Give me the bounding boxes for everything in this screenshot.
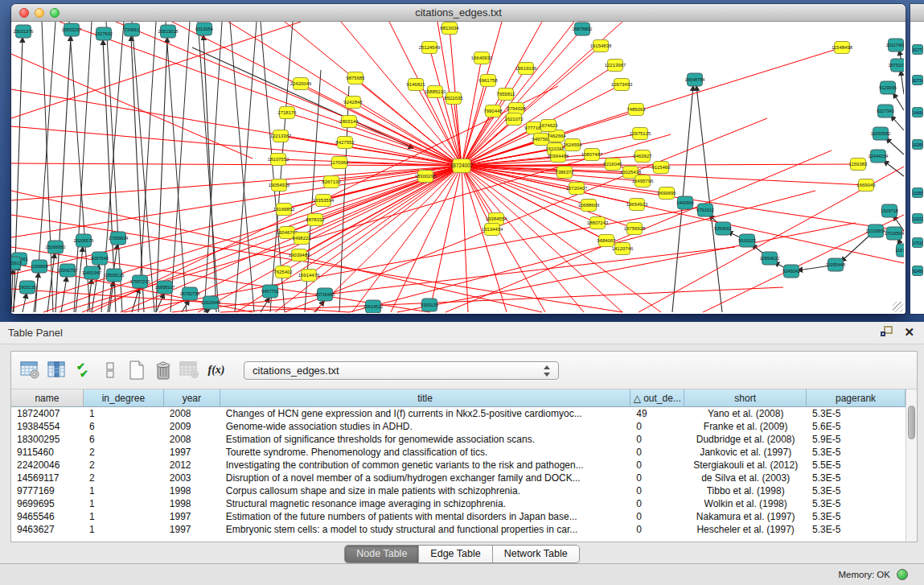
network-node-yellow[interactable]: 19654923 (626, 199, 648, 211)
network-node-teal[interactable]: 10117404 (886, 39, 904, 51)
network-node-yellow[interactable]: 8522035 (444, 93, 463, 105)
column-header-title[interactable]: title (220, 389, 631, 407)
tab-network-table[interactable]: Network Table (493, 546, 579, 562)
network-node-yellow[interactable]: 1669045 (856, 179, 876, 192)
column-header-name[interactable]: name (11, 389, 84, 407)
network-node-teal[interactable]: 6791912 (696, 204, 714, 216)
network-node-teal[interactable]: 11451947 (82, 266, 101, 279)
table-row[interactable]: 946554611997Estimation of the future num… (11, 510, 906, 523)
table-row[interactable]: 977716911998Corpus callosum shape and si… (11, 484, 906, 497)
network-node-teal[interactable]: 20513018 (158, 25, 179, 38)
table-row[interactable]: 911546021997Tourette syndrome. Phenomeno… (11, 446, 906, 459)
network-node-teal[interactable]: 1440954 (676, 196, 694, 209)
network-node-teal[interactable]: 15716485 (315, 288, 335, 301)
network-node-teal[interactable]: 10954022 (760, 252, 780, 265)
network-node-teal[interactable]: 13342757 (58, 264, 78, 277)
network-node-yellow[interactable]: 9242848 (343, 97, 363, 109)
network-node-yellow[interactable]: 3624554 (563, 139, 582, 151)
network-node-teal[interactable]: 25266950 (46, 241, 66, 253)
network-node-teal[interactable]: 16648784 (685, 73, 705, 86)
table-row[interactable]: 946362711997Embryonic stem cells: a mode… (11, 523, 906, 536)
network-node-yellow[interactable]: 8267130 (322, 176, 341, 188)
network-node-hub[interactable]: 18724007 (450, 159, 474, 173)
network-node-teal[interactable]: 9097548 (91, 252, 109, 265)
network-node-teal[interactable]: 734561 (125, 23, 140, 36)
network-node-teal[interactable]: 13505135 (105, 269, 125, 282)
column-header-out-de[interactable]: △ out_de... (630, 389, 684, 407)
network-node-teal[interactable]: 12923448 (201, 296, 221, 309)
new-table-button[interactable] (125, 358, 149, 382)
network-node-yellow[interactable]: 9146821 (406, 79, 425, 91)
network-node-yellow[interactable]: 19756928 (624, 223, 646, 235)
network-node-teal[interactable]: 26876862 (573, 23, 593, 35)
column-mode-button[interactable] (45, 358, 69, 382)
network-node-teal[interactable]: 1167533 (895, 244, 904, 257)
network-node-yellow[interactable]: 2803144 (339, 116, 359, 128)
network-node-yellow[interactable]: 7625402 (273, 266, 293, 278)
table-row[interactable]: 1830029562008Estimation of significance … (11, 433, 906, 446)
network-node-yellow[interactable]: 16495796 (632, 175, 654, 187)
citation-network-graph[interactable]: 2303137610553257152760273456120513018831… (11, 22, 904, 313)
network-node-yellow[interactable]: 1170064 (331, 157, 350, 169)
network-node-teal[interactable]: 15751074 (889, 59, 904, 72)
network-node-teal[interactable]: 9457791 (261, 285, 279, 298)
column-header-year[interactable]: year (164, 389, 220, 407)
network-node-yellow[interactable]: 9699695 (657, 187, 676, 200)
row-height-button[interactable] (98, 358, 122, 382)
network-node-yellow[interactable]: 1674623 (539, 120, 558, 132)
network-node-yellow[interactable]: 9875685 (346, 72, 365, 84)
network-node-teal[interactable]: 20206576 (74, 234, 94, 247)
table-selector-dropdown[interactable]: citations_edges.txt (244, 361, 559, 380)
network-node-yellow[interactable]: 1159383 (849, 159, 869, 171)
network-node-yellow[interactable]: 7955812 (496, 89, 515, 101)
network-node-teal[interactable]: 9354062 (714, 222, 732, 235)
network-node-yellow[interactable]: 18300295 (415, 171, 437, 183)
network-node-yellow[interactable]: 10973493 (611, 79, 633, 91)
select-all-button[interactable]: ✔✔ (72, 358, 96, 382)
table-row[interactable]: 969969511998Structural magnetic resonanc… (11, 497, 906, 510)
delete-table-button[interactable] (178, 358, 202, 382)
table-row[interactable]: 2242004622012Investigating the contribut… (11, 459, 906, 472)
window-resize-grip[interactable] (893, 302, 903, 312)
network-node-teal[interactable]: 17957233 (130, 275, 150, 288)
network-node-teal[interactable]: 9245042 (782, 265, 800, 278)
table-row[interactable]: 1872400712008Changes of HCN gene express… (11, 407, 906, 420)
network-node-yellow[interactable]: 7386372 (555, 167, 574, 179)
network-node-teal[interactable]: 1156868 (31, 260, 47, 273)
network-node-yellow[interactable]: 7990448 (483, 105, 503, 117)
network-node-teal[interactable]: 8313054 (195, 23, 213, 35)
network-node-teal[interactable]: 9305913 (11, 257, 22, 270)
network-node-yellow[interactable]: 9115460 (652, 162, 671, 174)
network-node-teal[interactable]: 23031376 (14, 25, 34, 38)
network-node-teal[interactable]: 16958107 (155, 281, 175, 294)
network-node-yellow[interactable]: 8813034 (440, 23, 459, 35)
table-row[interactable]: 1938455462009Genome-wide association stu… (11, 420, 906, 433)
network-canvas[interactable]: 2303137610553257152760273456120513018831… (11, 22, 904, 313)
close-panel-icon[interactable]: ✕ (904, 326, 914, 338)
network-node-teal[interactable]: 9227343 (877, 105, 894, 117)
column-header-short[interactable]: short (684, 389, 807, 407)
delete-row-button[interactable] (151, 358, 175, 382)
tab-node-table[interactable]: Node Table (345, 546, 419, 562)
network-node-yellow[interactable]: 10688609 (578, 200, 600, 212)
network-node-teal[interactable]: 17359934 (109, 232, 129, 245)
network-node-yellow[interactable]: 8878332 (306, 214, 325, 226)
network-node-yellow[interactable]: 19054935 (269, 179, 290, 192)
table-settings-button[interactable] (18, 358, 43, 382)
network-node-teal[interactable]: 10553257 (62, 23, 82, 36)
network-node-yellow[interactable]: 18807243 (587, 217, 609, 229)
function-builder-button[interactable]: f(x) (204, 358, 228, 382)
network-node-yellow[interactable]: 9463627 (633, 150, 652, 163)
network-node-yellow[interactable]: 9684067 (597, 235, 616, 247)
network-node-yellow[interactable]: 8216046 (603, 159, 622, 171)
network-node-teal[interactable]: 16782759 (180, 287, 200, 300)
network-node-teal[interactable]: 1527602 (95, 27, 113, 40)
network-view-window[interactable]: citations_edges.txt 23031376105532571527… (11, 4, 906, 314)
table-scrollbar[interactable] (906, 389, 917, 542)
network-node-yellow[interactable]: 14120746 (612, 243, 634, 255)
network-node-yellow[interactable]: 8427552 (335, 137, 355, 149)
network-node-teal[interactable]: 12444154 (869, 150, 889, 163)
float-panel-icon[interactable] (881, 326, 893, 338)
network-node-teal[interactable]: 9016323 (738, 234, 756, 247)
network-node-yellow[interactable]: 18107552 (268, 154, 290, 166)
